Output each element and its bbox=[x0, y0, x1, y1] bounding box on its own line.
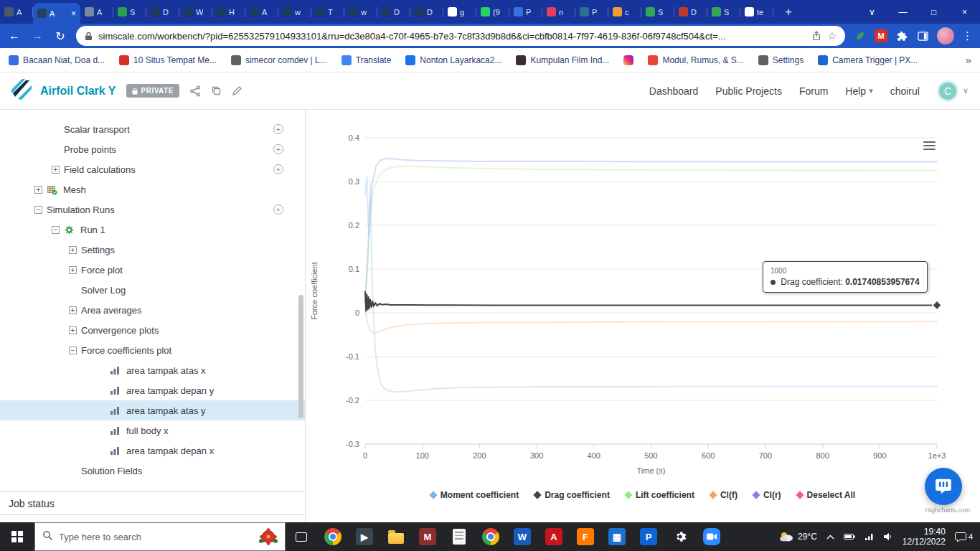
volume-icon[interactable] bbox=[883, 532, 893, 541]
collapse-icon[interactable]: − bbox=[69, 347, 77, 354]
add-item-button[interactable]: + bbox=[273, 204, 283, 215]
back-button[interactable]: ← bbox=[7, 29, 22, 42]
tree-item-settings[interactable]: +Settings bbox=[0, 240, 298, 260]
side-panel-icon[interactable] bbox=[916, 29, 929, 42]
legend-item-lift-coefficient[interactable]: Lift coefficient bbox=[626, 490, 694, 500]
expand-icon[interactable]: + bbox=[69, 246, 77, 254]
taskbar-app-maple[interactable]: M bbox=[412, 522, 443, 551]
browser-tab[interactable]: g bbox=[443, 0, 476, 24]
tree-item-run-1[interactable]: −Run 1 bbox=[0, 220, 298, 240]
add-item-button[interactable]: + bbox=[273, 124, 283, 134]
nav-dashboard[interactable]: Dashboard bbox=[649, 85, 699, 97]
bookmark-nonton-layarkaca2[interactable]: Nonton Layarkaca2... bbox=[405, 55, 501, 65]
browser-tab[interactable]: te bbox=[740, 0, 773, 24]
browser-tab[interactable]: D bbox=[410, 0, 443, 24]
bookmark-translate[interactable]: Translate bbox=[341, 55, 392, 65]
taskbar-app-file-explorer[interactable] bbox=[380, 522, 412, 551]
legend-item-deselect-all[interactable]: Deselect All bbox=[797, 490, 856, 500]
tree-item-area-tampak-depan-y[interactable]: +area tampak depan y bbox=[0, 380, 298, 400]
browser-tab[interactable]: S bbox=[113, 0, 146, 24]
bookmark-settings[interactable]: Settings bbox=[758, 55, 804, 65]
nav-forum[interactable]: Forum bbox=[799, 85, 828, 97]
bookmark-star-icon[interactable]: ☆ bbox=[827, 30, 837, 42]
bookmarks-overflow-icon[interactable]: » bbox=[966, 54, 971, 66]
share-icon[interactable] bbox=[811, 31, 821, 41]
browser-tab[interactable]: P bbox=[575, 0, 608, 24]
address-bar[interactable]: simscale.com/workbench/?pid=625532579104… bbox=[76, 26, 845, 46]
tree-item-mesh[interactable]: +Mesh bbox=[0, 179, 298, 199]
expand-icon[interactable]: + bbox=[69, 326, 77, 334]
add-item-button[interactable]: + bbox=[273, 164, 283, 174]
tree-item-convergence-plots[interactable]: +Convergence plots bbox=[0, 320, 298, 340]
browser-tab[interactable]: w bbox=[344, 0, 377, 24]
browser-tab[interactable]: A bbox=[245, 0, 278, 24]
nav-help[interactable]: Help ▾ bbox=[845, 85, 872, 97]
tree-item-solution-fields[interactable]: +Solution Fields bbox=[0, 461, 298, 481]
extensions-puzzle-icon[interactable] bbox=[895, 29, 908, 42]
sidebar-scrollbar[interactable] bbox=[298, 295, 303, 418]
tree-item-full-body-x[interactable]: +full body x bbox=[0, 420, 298, 441]
maximize-button[interactable]: □ bbox=[918, 0, 949, 24]
expand-icon[interactable]: + bbox=[34, 186, 42, 194]
browser-tab[interactable]: H bbox=[212, 0, 245, 24]
bookmark-10-situs-tempat-me[interactable]: 10 Situs Tempat Me... bbox=[119, 55, 217, 65]
nav-public-projects[interactable]: Public Projects bbox=[715, 85, 782, 97]
tree-item-simulation-runs[interactable]: −Simulation Runs+ bbox=[0, 199, 298, 220]
browser-tab[interactable]: A bbox=[0, 0, 33, 24]
series-drag-coefficient[interactable] bbox=[365, 292, 937, 311]
chart-context-menu-button[interactable] bbox=[923, 141, 936, 150]
url-text[interactable]: simscale.com/workbench/?pid=625532579104… bbox=[98, 31, 806, 42]
taskbar-app-zoom[interactable] bbox=[696, 522, 727, 551]
browser-profile-avatar[interactable] bbox=[937, 27, 954, 44]
browser-tab[interactable]: c bbox=[608, 0, 641, 24]
add-item-button[interactable]: + bbox=[273, 144, 283, 154]
red-m-extension-icon[interactable]: M bbox=[875, 29, 887, 42]
bookmark-instagram[interactable] bbox=[623, 55, 633, 65]
tree-item-area-tampak-depan-x[interactable]: +area tampak depan x bbox=[0, 441, 298, 461]
close-button[interactable]: × bbox=[949, 0, 980, 24]
tab-close-icon[interactable]: × bbox=[71, 10, 76, 17]
avatar[interactable]: C bbox=[937, 80, 958, 102]
taskbar-app-f-tool[interactable]: F bbox=[570, 522, 601, 551]
taskbar-app-notes[interactable] bbox=[443, 522, 475, 551]
browser-menu-icon[interactable]: ⋮ bbox=[962, 29, 973, 42]
browser-tab[interactable]: (9 bbox=[476, 0, 509, 24]
minimize-button[interactable]: — bbox=[887, 0, 918, 24]
browser-tab[interactable]: P bbox=[509, 0, 542, 24]
tab-search-icon[interactable]: ∨ bbox=[857, 0, 887, 24]
notification-center-button[interactable]: 4 bbox=[955, 532, 973, 542]
taskbar-search[interactable]: Type here to search bbox=[34, 522, 286, 551]
copy-project-icon[interactable] bbox=[211, 85, 222, 96]
new-tab-button[interactable]: + bbox=[779, 3, 798, 22]
collapse-icon[interactable]: − bbox=[34, 206, 42, 214]
tree-item-scalar-transport[interactable]: +Scalar transport+ bbox=[0, 119, 298, 139]
legend-item-moment-coefficient[interactable]: Moment coefficient bbox=[430, 490, 519, 500]
collapse-icon[interactable]: − bbox=[52, 226, 60, 234]
series-cl-f[interactable] bbox=[365, 311, 937, 333]
tree-item-probe-points[interactable]: +Probe points+ bbox=[0, 139, 298, 159]
browser-tab[interactable]: w bbox=[278, 0, 311, 24]
chat-widget-button[interactable] bbox=[925, 468, 962, 505]
taskbar-app-word[interactable]: W bbox=[507, 522, 538, 551]
forward-button[interactable]: → bbox=[30, 29, 44, 42]
browser-tab[interactable]: S bbox=[707, 0, 740, 24]
browser-tab[interactable]: A bbox=[80, 0, 113, 24]
legend-item-cl-r[interactable]: Cl(r) bbox=[753, 490, 781, 500]
account-menu[interactable]: C ∨ bbox=[937, 80, 969, 102]
tree-item-force-coefficients-plot[interactable]: −Force coefficients plot bbox=[0, 340, 298, 360]
taskbar-weather[interactable]: 29°C bbox=[779, 531, 817, 542]
browser-tab[interactable]: n bbox=[542, 0, 575, 24]
tree-item-force-plot[interactable]: +Force plot bbox=[0, 260, 298, 280]
taskbar-app-media-player[interactable]: ▶ bbox=[349, 522, 380, 551]
browser-tab[interactable]: D bbox=[146, 0, 179, 24]
taskbar-app-settings[interactable] bbox=[664, 522, 696, 551]
rename-project-icon[interactable] bbox=[232, 85, 242, 96]
reload-button[interactable]: ↻ bbox=[53, 29, 67, 43]
browser-tab[interactable]: W bbox=[179, 0, 212, 24]
bookmark-kumpulan-film-ind[interactable]: Kumpulan Film Ind... bbox=[516, 55, 609, 65]
bookmark-camera-trigger-px[interactable]: Camera Trigger | PX... bbox=[818, 55, 918, 65]
job-status-panel[interactable]: Job status bbox=[0, 491, 305, 515]
taskbar-clock[interactable]: 19:40 12/12/2022 bbox=[903, 527, 946, 547]
browser-tab[interactable]: D bbox=[674, 0, 707, 24]
taskbar-app-photos[interactable]: P bbox=[633, 522, 664, 551]
